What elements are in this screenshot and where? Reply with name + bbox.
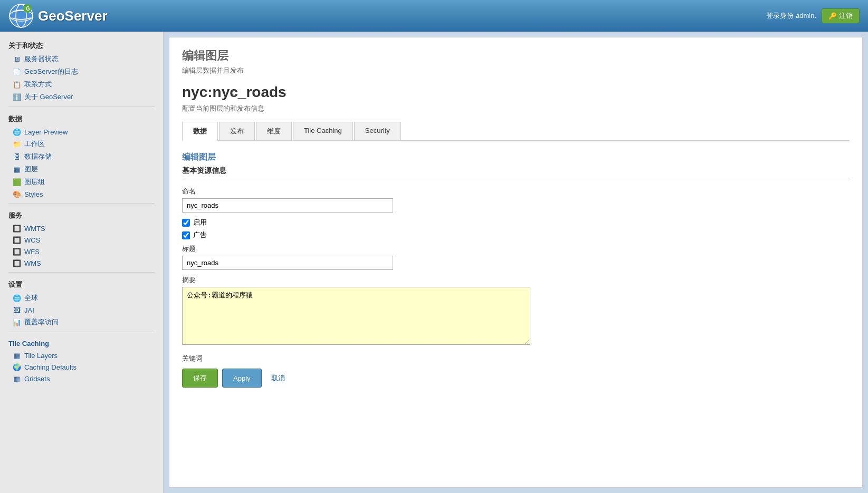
divider-2 [8,203,155,204]
sidebar-item-gridsets[interactable]: ▦ Gridsets [0,373,163,384]
enabled-label: 启用 [193,218,207,227]
button-row: 保存 Apply 取消 [182,369,850,388]
abstract-textarea[interactable]: 公众号:霸道的程序猿 [182,287,530,345]
advertised-checkbox[interactable] [182,231,190,239]
globe-icon: G [8,3,34,28]
divider-3 [8,272,155,273]
contact-icon: 📋 [13,80,21,89]
preview-icon: 🌐 [13,128,21,136]
layer-desc: 配置当前图层的和发布信息 [182,104,850,113]
logout-label: 注销 [839,11,853,21]
logo: G GeoServer [8,3,108,28]
sidebar-item-layergroups[interactable]: 🟩 图层组 [0,176,163,188]
page-title: 编辑图层 [182,48,850,64]
section-subtitle: 基本资源信息 [182,166,850,179]
sidebar-item-wcs[interactable]: 🔲 WCS [0,234,163,246]
enabled-row: 启用 [182,218,850,227]
tab-publish[interactable]: 发布 [219,122,255,140]
advertised-row: 广告 [182,230,850,240]
sidebar-item-layer-preview[interactable]: 🌐 Layer Preview [0,126,163,138]
layer-icon: ▦ [13,165,21,173]
page-subtitle: 编辑层数据并且发布 [182,66,850,75]
info-icon: ℹ️ [13,93,21,101]
sidebar-item-jai[interactable]: 🖼 JAI [0,304,163,316]
name-label: 命名 [182,187,850,196]
advertised-label: 广告 [193,230,207,240]
divider-4 [8,332,155,332]
sidebar-item-tile-layers[interactable]: ▦ Tile Layers [0,350,163,361]
cancel-button[interactable]: 取消 [266,369,290,388]
wfs-icon: 🔲 [13,247,21,256]
tab-tile-caching[interactable]: Tile Caching [293,122,353,140]
globe2-icon: 🌍 [13,363,21,371]
sidebar-item-workspaces[interactable]: 📁 工作区 [0,138,163,150]
form: 命名 启用 广告 标题 摘要 公众号:霸道的程序猿 关键词 保存 Apply 取… [182,187,850,388]
tabs: 数据 发布 维度 Tile Caching Security [182,122,850,141]
folder-icon: 📁 [13,140,21,148]
sidebar-item-contact[interactable]: 📋 联系方式 [0,78,163,91]
gridset-icon: ▦ [13,374,21,383]
logo-text: GeoServer [38,8,108,24]
svg-text:G: G [26,6,30,12]
sidebar-item-wfs[interactable]: 🔲 WFS [0,246,163,257]
header-right: 登录身份 admin. 🔑 注销 [766,8,860,23]
sidebar-item-layers[interactable]: ▦ 图层 [0,163,163,176]
sidebar-item-server-status[interactable]: 🖥 服务器状态 [0,53,163,65]
style-icon: 🎨 [13,190,21,198]
abstract-label: 摘要 [182,275,850,285]
tile-layers-icon: ▦ [13,351,21,360]
tab-security[interactable]: Security [354,122,401,140]
title-input[interactable] [182,256,393,270]
wcs-icon: 🔲 [13,236,21,244]
sidebar-section-tile-caching: Tile Caching [0,335,163,350]
sidebar-section-about: 关于和状态 [0,37,163,53]
keywords-label: 关键词 [182,354,850,363]
monitor-icon: 🖥 [13,55,21,63]
jai-icon: 🖼 [13,306,21,314]
logout-button[interactable]: 🔑 注销 [822,8,860,23]
logout-icon: 🔑 [828,12,837,20]
sidebar-item-global[interactable]: 🌐 全球 [0,292,163,304]
main-content: 编辑图层 编辑层数据并且发布 nyc:nyc_roads 配置当前图层的和发布信… [169,37,863,488]
sidebar-item-coverage[interactable]: 📊 覆盖率访问 [0,316,163,328]
enabled-checkbox[interactable] [182,219,190,227]
user-label: 登录身份 admin. [766,11,816,21]
wms-icon: 🔲 [13,259,21,267]
apply-button[interactable]: Apply [222,369,262,388]
sidebar-item-datastores[interactable]: 🗄 数据存储 [0,150,163,163]
sidebar-item-wmts[interactable]: 🔲 WMTS [0,223,163,234]
sidebar-item-styles[interactable]: 🎨 Styles [0,188,163,200]
layout: 关于和状态 🖥 服务器状态 📄 GeoServer的日志 📋 联系方式 ℹ️ 关… [0,32,868,493]
sidebar-section-data: 数据 [0,110,163,126]
tab-data[interactable]: 数据 [182,122,218,141]
sidebar-section-services: 服务 [0,207,163,223]
title-label: 标题 [182,244,850,254]
sidebar-item-geoserver-log[interactable]: 📄 GeoServer的日志 [0,65,163,78]
section-title: 编辑图层 [182,152,850,163]
layergroup-icon: 🟩 [13,178,21,186]
sidebar: 关于和状态 🖥 服务器状态 📄 GeoServer的日志 📋 联系方式 ℹ️ 关… [0,32,164,493]
sidebar-item-about[interactable]: ℹ️ 关于 GeoServer [0,91,163,103]
sidebar-section-settings: 设置 [0,276,163,292]
header: G GeoServer 登录身份 admin. 🔑 注销 [0,0,868,32]
coverage-icon: 📊 [13,318,21,326]
global-icon: 🌐 [13,294,21,302]
datastore-icon: 🗄 [13,152,21,161]
sidebar-item-wms[interactable]: 🔲 WMS [0,257,163,269]
divider-1 [8,107,155,107]
tab-dimension[interactable]: 维度 [256,122,292,140]
doc-icon: 📄 [13,67,21,76]
name-input[interactable] [182,198,393,212]
layer-name: nyc:nyc_roads [182,84,850,101]
sidebar-item-caching-defaults[interactable]: 🌍 Caching Defaults [0,361,163,373]
wmts-icon: 🔲 [13,224,21,233]
save-button[interactable]: 保存 [182,369,218,388]
